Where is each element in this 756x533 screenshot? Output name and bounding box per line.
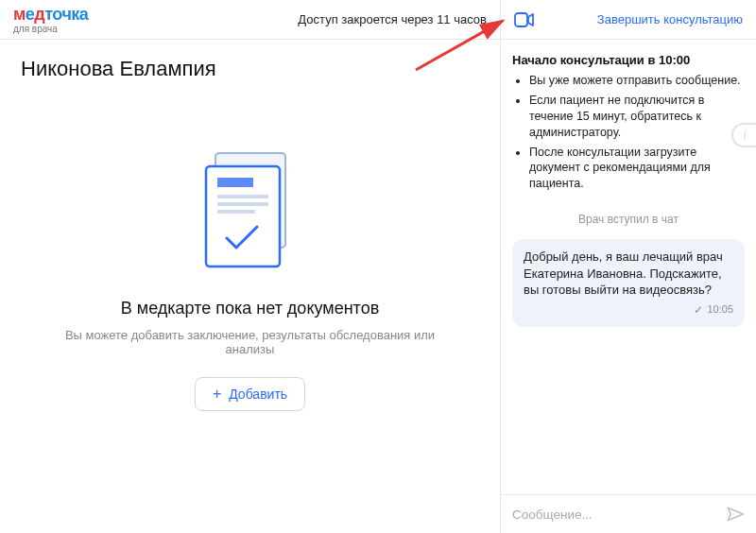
access-countdown: Доступ закроется через 11 часов — [298, 12, 487, 26]
svg-rect-2 — [217, 178, 253, 187]
bullet-item: После консультации загрузите документ с … — [529, 145, 745, 193]
message-text: Добрый день, я ваш лечащий врач Екатерин… — [524, 249, 733, 299]
system-message: Врач вступил в чат — [512, 213, 745, 226]
main-header: медточка для врача Доступ закроется чере… — [0, 0, 500, 40]
logo-letter: м — [13, 5, 26, 24]
consultation-start-title: Начало консультации в 10:00 — [512, 53, 745, 67]
send-button[interactable] — [726, 505, 745, 524]
logo: медточка для врача — [13, 6, 88, 34]
chat-message-outgoing: Добрый день, я ваш лечащий врач Екатерин… — [512, 239, 745, 327]
chat-input[interactable] — [512, 507, 716, 522]
bullet-item: Если пациент не подключится в течение 15… — [529, 93, 745, 141]
consultation-bullets: Вы уже можете отправить сообщение. Если … — [512, 73, 745, 192]
svg-rect-5 — [217, 210, 255, 214]
documents-illustration — [189, 147, 312, 280]
svg-rect-4 — [217, 202, 268, 206]
video-call-button[interactable] — [514, 12, 535, 27]
message-time: 10:05 — [707, 302, 733, 317]
send-icon — [726, 505, 745, 524]
patient-name: Никонова Евлампия — [0, 40, 500, 81]
svg-rect-3 — [217, 195, 268, 198]
info-icon[interactable]: i — [731, 123, 756, 147]
bullet-item: Вы уже можете отправить сообщение. — [529, 73, 745, 89]
chat-body: Начало консультации в 10:00 Вы уже может… — [501, 40, 756, 494]
empty-title: В медкарте пока нет документов — [121, 299, 379, 318]
consultation-start-block: Начало консультации в 10:00 Вы уже может… — [512, 53, 745, 196]
empty-state: В медкарте пока нет документов Вы можете… — [0, 81, 500, 533]
video-icon — [514, 12, 535, 27]
logo-subtitle: для врача — [13, 25, 88, 34]
logo-letter: е — [26, 5, 35, 24]
chat-input-row — [501, 494, 756, 533]
logo-letter: д — [34, 5, 44, 24]
add-document-button[interactable]: + Добавить — [195, 377, 305, 411]
message-meta: ✓ 10:05 — [524, 302, 733, 318]
add-button-label: Добавить — [229, 387, 287, 402]
svg-rect-6 — [515, 13, 527, 26]
empty-subtitle: Вы можете добавить заключение, результат… — [52, 328, 449, 356]
message-status-check-icon: ✓ — [694, 302, 703, 318]
logo-rest: точка — [44, 5, 88, 24]
logo-word: медточка — [13, 6, 88, 23]
chat-header: Завершить консультацию — [501, 0, 756, 40]
plus-icon: + — [213, 386, 221, 403]
end-consultation-button[interactable]: Завершить консультацию — [597, 12, 743, 26]
